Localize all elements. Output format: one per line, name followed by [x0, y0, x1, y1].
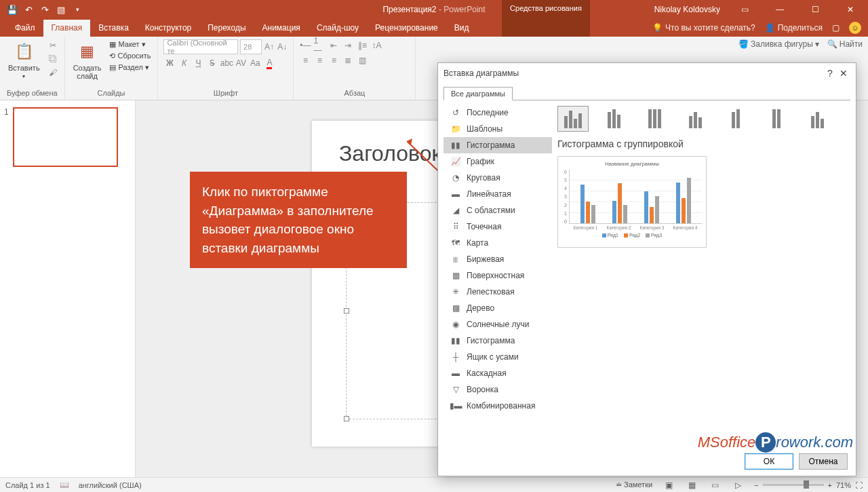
- type-pie[interactable]: ◔Круговая: [443, 170, 552, 186]
- font-color-icon[interactable]: A: [263, 57, 275, 69]
- dialog-close-icon[interactable]: ✕: [837, 68, 850, 79]
- indent-inc-icon[interactable]: ⇥: [342, 39, 354, 52]
- subtype-100stacked[interactable]: [639, 106, 670, 132]
- justify-icon[interactable]: ≣: [342, 54, 354, 67]
- slide-thumbnails[interactable]: 1: [0, 100, 136, 477]
- strikethrough-icon[interactable]: S̶: [206, 57, 218, 69]
- spellcheck-icon[interactable]: 📖: [60, 480, 69, 489]
- zoom-out-icon[interactable]: −: [754, 481, 758, 489]
- reading-view-icon[interactable]: ▭: [708, 479, 722, 491]
- indent-dec-icon[interactable]: ⇤: [328, 39, 340, 52]
- notes-button[interactable]: ≐ Заметки: [616, 480, 652, 489]
- type-templates[interactable]: 📁Шаблоны: [443, 121, 552, 137]
- thumb-preview[interactable]: [13, 107, 118, 167]
- zoom-percent[interactable]: 71%: [836, 481, 851, 489]
- line-spacing-icon[interactable]: ‖≡: [356, 39, 368, 52]
- align-right-icon[interactable]: ≡: [328, 54, 340, 67]
- subtype-stacked[interactable]: [598, 106, 629, 132]
- bold-icon[interactable]: Ж: [163, 57, 176, 69]
- numbering-icon[interactable]: 1—: [313, 39, 326, 52]
- tab-transitions[interactable]: Переходы: [199, 20, 254, 37]
- font-size-combo[interactable]: 28: [240, 39, 262, 54]
- undo-icon[interactable]: ↶: [22, 3, 35, 16]
- chart-type-list[interactable]: ↺Последние 📁Шаблоны ▮▮Гистограмма 📈Графи…: [443, 100, 552, 447]
- type-waterfall[interactable]: ▬Каскадная: [443, 365, 552, 381]
- tell-me-search[interactable]: 💡 Что вы хотите сделать?: [652, 23, 755, 33]
- type-histogram[interactable]: ▮▮Гистограмма: [443, 333, 552, 349]
- shape-fill-button[interactable]: 🪣 Заливка фигуры ▾: [738, 39, 819, 49]
- format-painter-icon[interactable]: 🖌: [47, 67, 59, 79]
- cut-icon[interactable]: ✂: [47, 39, 59, 52]
- type-sunburst[interactable]: ◉Солнечные лучи: [443, 316, 552, 333]
- type-funnel[interactable]: ▽Воронка: [443, 381, 552, 398]
- type-combo[interactable]: ▮▬Комбинированная: [443, 398, 552, 414]
- tab-slideshow[interactable]: Слайд-шоу: [309, 20, 367, 37]
- zoom-control[interactable]: − + 71% ⛶: [754, 481, 863, 489]
- type-surface[interactable]: ▦Поверхностная: [443, 267, 552, 284]
- ok-button[interactable]: ОК: [745, 453, 793, 470]
- tab-home[interactable]: Главная: [43, 20, 91, 37]
- new-slide-button[interactable]: ▦Создать слайд: [71, 39, 104, 81]
- type-area[interactable]: ◢С областями: [443, 202, 552, 219]
- feedback-icon[interactable]: ▢: [832, 23, 840, 33]
- subtype-3d-100[interactable]: [761, 106, 792, 132]
- slide-counter[interactable]: Слайд 1 из 1: [5, 481, 50, 489]
- tab-animations[interactable]: Анимация: [254, 20, 309, 37]
- layout-button[interactable]: ▦ Макет ▾: [108, 39, 152, 50]
- case-icon[interactable]: Aa: [249, 57, 261, 69]
- tab-view[interactable]: Вид: [446, 20, 477, 37]
- type-treemap[interactable]: ▩Дерево: [443, 300, 552, 316]
- subtype-3d-column[interactable]: [802, 106, 833, 132]
- type-recent[interactable]: ↺Последние: [443, 105, 552, 121]
- save-icon[interactable]: 💾: [5, 3, 19, 16]
- normal-view-icon[interactable]: ▣: [662, 479, 675, 491]
- tab-insert[interactable]: Вставка: [90, 20, 137, 37]
- thumbnail-1[interactable]: 1: [4, 107, 131, 167]
- fit-icon[interactable]: ⛶: [855, 481, 863, 489]
- paste-button[interactable]: 📋Вставить▾: [5, 39, 43, 81]
- tab-review[interactable]: Рецензирование: [367, 20, 446, 37]
- type-map[interactable]: 🗺Карта: [443, 235, 552, 251]
- text-direction-icon[interactable]: ↕A: [370, 39, 382, 52]
- chart-preview[interactable]: Название диаграммы 6543210 Категория 1Ка…: [557, 156, 707, 248]
- type-bar[interactable]: ▬Линейчатая: [443, 186, 552, 202]
- sorter-view-icon[interactable]: ▦: [685, 479, 698, 491]
- cancel-button[interactable]: Отмена: [799, 453, 848, 470]
- minimize-icon[interactable]: —: [765, 0, 795, 19]
- subtype-clustered[interactable]: [557, 106, 589, 132]
- user-name[interactable]: Nikolay Koldovsky: [654, 5, 720, 14]
- bullets-icon[interactable]: •—: [299, 39, 311, 52]
- ribbon-options-icon[interactable]: ▭: [730, 0, 760, 19]
- type-line[interactable]: 📈График: [443, 153, 552, 170]
- font-name-combo[interactable]: Calibri (Основной те: [163, 39, 238, 54]
- maximize-icon[interactable]: ☐: [800, 0, 830, 19]
- type-stock[interactable]: ⫼Биржевая: [443, 251, 552, 267]
- columns-icon[interactable]: ▥: [356, 54, 368, 67]
- italic-icon[interactable]: К: [178, 57, 190, 69]
- share-button[interactable]: 👤 Поделиться: [765, 23, 823, 33]
- close-icon[interactable]: ✕: [835, 0, 865, 19]
- dialog-tab-all[interactable]: Все диаграммы: [443, 87, 513, 100]
- dialog-help-icon[interactable]: ?: [823, 68, 837, 79]
- qat-dropdown-icon[interactable]: ▾: [71, 3, 84, 16]
- section-button[interactable]: ▤ Раздел ▾: [108, 62, 152, 73]
- redo-icon[interactable]: ↷: [38, 3, 52, 16]
- grow-font-icon[interactable]: A↑: [264, 41, 275, 53]
- underline-icon[interactable]: Ч: [192, 57, 204, 69]
- copy-icon[interactable]: ⿻: [47, 53, 59, 65]
- shrink-font-icon[interactable]: A↓: [277, 41, 288, 53]
- type-column[interactable]: ▮▮Гистограмма: [443, 137, 552, 153]
- start-show-icon[interactable]: ▧: [54, 3, 68, 16]
- shadow-icon[interactable]: abc: [220, 57, 233, 69]
- spacing-icon[interactable]: AV: [235, 57, 247, 69]
- type-scatter[interactable]: ⠿Точечная: [443, 219, 552, 235]
- reset-button[interactable]: ⟲ Сбросить: [108, 51, 152, 61]
- subtype-3d-stacked[interactable]: [720, 106, 751, 132]
- tab-design[interactable]: Конструктор: [137, 20, 199, 37]
- tab-file[interactable]: Файл: [7, 20, 43, 37]
- zoom-slider[interactable]: [763, 484, 824, 486]
- smile-icon[interactable]: ☺: [849, 22, 861, 34]
- subtype-3d-clustered[interactable]: [679, 106, 711, 132]
- align-center-icon[interactable]: ≡: [313, 54, 326, 67]
- find-button[interactable]: 🔍 Найти: [827, 39, 863, 49]
